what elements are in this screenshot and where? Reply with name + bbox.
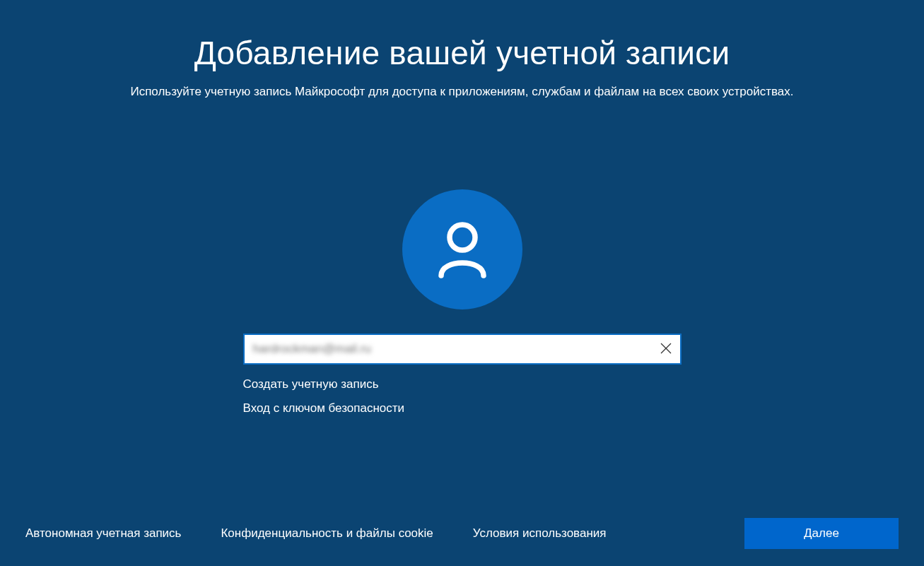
terms-link[interactable]: Условия использования <box>473 526 607 541</box>
avatar-circle <box>402 189 522 309</box>
security-key-signin-link[interactable]: Вход с ключом безопасности <box>243 401 682 415</box>
offline-account-link[interactable]: Автономная учетная запись <box>25 526 181 541</box>
clear-input-button[interactable] <box>652 335 680 363</box>
footer: Автономная учетная запись Конфиденциальн… <box>0 518 924 549</box>
page-subtitle: Используйте учетную запись Майкрософт дл… <box>130 85 793 99</box>
email-input[interactable] <box>245 335 652 363</box>
svg-point-0 <box>450 225 475 250</box>
next-button[interactable]: Далее <box>744 518 899 549</box>
email-field-wrapper <box>243 334 682 365</box>
create-account-link[interactable]: Создать учетную запись <box>243 377 682 391</box>
oobe-account-page: Добавление вашей учетной записи Использу… <box>0 0 924 566</box>
close-icon <box>660 341 672 358</box>
privacy-cookies-link[interactable]: Конфиденциальность и файлы cookie <box>221 526 433 541</box>
page-title: Добавление вашей учетной записи <box>194 34 730 72</box>
signin-form: Создать учетную запись Вход с ключом без… <box>243 334 682 415</box>
user-icon <box>428 214 496 285</box>
